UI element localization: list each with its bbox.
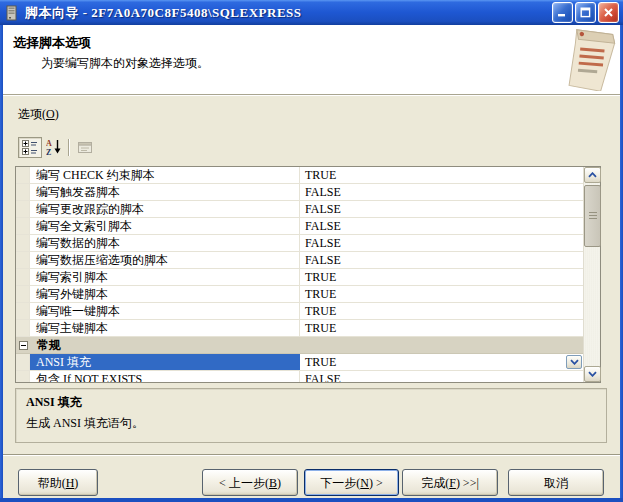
scroll-up-button[interactable] bbox=[584, 167, 601, 183]
options-label: 选项(O) bbox=[18, 106, 59, 123]
help-button[interactable]: 帮助(H) bbox=[18, 469, 98, 496]
property-grid-rows: 编写 CHECK 约束脚本 TRUE 编写触发器脚本 FALSE 编写更改跟踪的… bbox=[16, 167, 583, 382]
property-name[interactable]: 编写唯一键脚本 bbox=[30, 303, 300, 319]
server-icon bbox=[4, 5, 20, 21]
row-indent bbox=[16, 252, 30, 268]
property-name[interactable]: 编写主键脚本 bbox=[30, 320, 300, 336]
property-pages-button[interactable] bbox=[73, 137, 97, 158]
next-button[interactable]: 下一步(N) > bbox=[304, 469, 399, 496]
vertical-scrollbar[interactable] bbox=[583, 167, 600, 382]
property-row[interactable]: 编写数据压缩选项的脚本 FALSE bbox=[16, 252, 583, 269]
row-indent bbox=[16, 184, 30, 200]
close-button[interactable] bbox=[598, 2, 619, 23]
scroll-down-button[interactable] bbox=[584, 366, 601, 382]
svg-text:Z: Z bbox=[46, 148, 51, 156]
property-pages-icon bbox=[77, 139, 93, 155]
property-name[interactable]: 编写全文索引脚本 bbox=[30, 218, 300, 234]
property-value: TRUE bbox=[305, 355, 336, 369]
dialog-body: 选项(O) A Z bbox=[3, 96, 620, 498]
property-row[interactable]: 编写唯一键脚本 TRUE bbox=[16, 303, 583, 320]
row-indent bbox=[16, 320, 30, 336]
wizard-header: 选择脚本选项 为要编写脚本的对象选择选项。 bbox=[3, 25, 620, 94]
chevron-up-icon bbox=[588, 172, 597, 178]
category-row[interactable]: 常规 bbox=[16, 337, 583, 354]
property-row[interactable]: 编写全文索引脚本 FALSE bbox=[16, 218, 583, 235]
categorized-icon bbox=[22, 139, 38, 155]
row-indent bbox=[16, 269, 30, 285]
property-row-selected[interactable]: ANSI 填充 TRUE bbox=[16, 354, 583, 371]
property-grid: 编写 CHECK 约束脚本 TRUE 编写触发器脚本 FALSE 编写更改跟踪的… bbox=[15, 166, 601, 383]
property-name[interactable]: 编写索引脚本 bbox=[30, 269, 300, 285]
property-name[interactable]: ANSI 填充 bbox=[30, 354, 300, 370]
row-indent bbox=[16, 235, 30, 251]
property-value[interactable]: FALSE bbox=[300, 184, 583, 200]
title-bar[interactable]: 脚本向导 - 2F7A0A70C8F5408\SQLEXPRESS bbox=[0, 0, 623, 25]
window-border-bottom bbox=[0, 498, 623, 502]
categorized-view-button[interactable] bbox=[18, 137, 42, 158]
alphabetical-sort-button[interactable]: A Z bbox=[42, 137, 66, 158]
property-value[interactable]: TRUE bbox=[300, 320, 583, 336]
property-row[interactable]: 包含 If NOT EXISTS FALSE bbox=[16, 371, 583, 382]
property-name[interactable]: 编写外键脚本 bbox=[30, 286, 300, 302]
row-indent bbox=[16, 303, 30, 319]
collapse-minus-icon[interactable] bbox=[19, 341, 28, 350]
property-value[interactable]: FALSE bbox=[300, 218, 583, 234]
property-value[interactable]: TRUE bbox=[300, 303, 583, 319]
value-dropdown-button[interactable] bbox=[566, 355, 582, 369]
property-value[interactable]: FALSE bbox=[300, 252, 583, 268]
row-indent bbox=[16, 371, 30, 382]
row-indent bbox=[16, 354, 30, 370]
property-row[interactable]: 编写数据的脚本 FALSE bbox=[16, 235, 583, 252]
row-indent bbox=[16, 286, 30, 302]
maximize-button[interactable] bbox=[575, 2, 596, 23]
description-panel: ANSI 填充 生成 ANSI 填充语句。 bbox=[15, 388, 607, 443]
back-button[interactable]: < 上一步(B) bbox=[202, 469, 298, 496]
description-text: 生成 ANSI 填充语句。 bbox=[26, 415, 596, 432]
window-border-left bbox=[0, 25, 3, 499]
close-icon bbox=[603, 7, 614, 18]
property-value-cell[interactable]: TRUE bbox=[300, 354, 583, 370]
property-grid-toolbar: A Z bbox=[18, 136, 97, 158]
property-row[interactable]: 编写外键脚本 TRUE bbox=[16, 286, 583, 303]
property-value[interactable]: FALSE bbox=[300, 235, 583, 251]
page-subtitle: 为要编写脚本的对象选择选项。 bbox=[41, 55, 209, 72]
property-value[interactable]: TRUE bbox=[300, 269, 583, 285]
footer-separator bbox=[3, 454, 620, 456]
row-indent bbox=[16, 167, 30, 183]
thumb-grip bbox=[589, 212, 597, 220]
chevron-down-icon bbox=[588, 371, 597, 377]
script-wizard-dialog: 脚本向导 - 2F7A0A70C8F5408\SQLEXPRESS 选择脚本选项… bbox=[0, 0, 623, 502]
property-name[interactable]: 编写更改跟踪的脚本 bbox=[30, 201, 300, 217]
description-title: ANSI 填充 bbox=[26, 394, 596, 411]
property-row[interactable]: 编写更改跟踪的脚本 FALSE bbox=[16, 201, 583, 218]
script-scroll-art bbox=[556, 27, 618, 91]
maximize-icon bbox=[580, 7, 591, 18]
finish-button[interactable]: 完成(F) >>| bbox=[402, 469, 498, 496]
az-sort-icon: A Z bbox=[46, 139, 62, 155]
property-name[interactable]: 包含 If NOT EXISTS bbox=[30, 371, 300, 382]
property-row[interactable]: 编写触发器脚本 FALSE bbox=[16, 184, 583, 201]
property-name[interactable]: 编写 CHECK 约束脚本 bbox=[30, 167, 300, 183]
row-indent bbox=[16, 218, 30, 234]
scrollbar-thumb[interactable] bbox=[584, 185, 601, 247]
property-row[interactable]: 编写主键脚本 TRUE bbox=[16, 320, 583, 337]
property-value[interactable]: FALSE bbox=[300, 201, 583, 217]
property-name[interactable]: 编写数据的脚本 bbox=[30, 235, 300, 251]
property-value[interactable]: TRUE bbox=[300, 167, 583, 183]
minimize-button[interactable] bbox=[552, 2, 573, 23]
category-name: 常规 bbox=[37, 337, 61, 354]
property-name[interactable]: 编写数据压缩选项的脚本 bbox=[30, 252, 300, 268]
property-value[interactable]: FALSE bbox=[300, 371, 583, 382]
row-indent bbox=[16, 201, 30, 217]
cancel-button[interactable]: 取消 bbox=[508, 469, 604, 496]
toolbar-separator bbox=[68, 139, 69, 156]
property-value[interactable]: TRUE bbox=[300, 286, 583, 302]
property-row[interactable]: 编写 CHECK 约束脚本 TRUE bbox=[16, 167, 583, 184]
window-title: 脚本向导 - 2F7A0A70C8F5408\SQLEXPRESS bbox=[25, 4, 552, 22]
property-name[interactable]: 编写触发器脚本 bbox=[30, 184, 300, 200]
chevron-down-icon bbox=[570, 359, 579, 365]
property-row[interactable]: 编写索引脚本 TRUE bbox=[16, 269, 583, 286]
page-title: 选择脚本选项 bbox=[13, 34, 91, 52]
minimize-icon bbox=[557, 7, 568, 18]
